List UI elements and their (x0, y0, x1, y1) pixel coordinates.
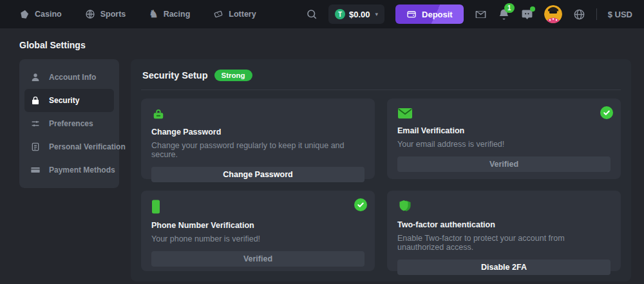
nav-item-label: Casino (35, 10, 62, 19)
two-factor-card: Two-factor authentication Enable Two-fac… (387, 191, 621, 271)
search-icon (306, 8, 317, 20)
card-description: Your phone number is verified! (151, 234, 365, 243)
sidebar-item-label: Preferences (49, 119, 93, 128)
verified-check-icon (354, 198, 367, 211)
sidebar-item-label: Account Info (49, 73, 96, 82)
vertical-divider (596, 8, 597, 20)
sidebar-item-label: Personal Verification (49, 142, 126, 151)
verified-check-icon (600, 106, 613, 119)
nav-item-lottery[interactable]: Lottery (213, 9, 256, 19)
user-avatar[interactable] (544, 5, 562, 23)
card-title: Change Password (151, 128, 365, 137)
sidebar-item-account-info[interactable]: Account Info (24, 66, 114, 89)
phone-verification-card: Phone Number Verification Your phone num… (141, 191, 375, 271)
credit-card-icon (30, 165, 41, 175)
language-button[interactable] (573, 8, 585, 21)
sidebar-item-personal-verification[interactable]: Personal Verification (24, 135, 114, 158)
card-description: Change your password regularly to keep i… (151, 141, 365, 159)
card-title: Phone Number Verification (151, 221, 365, 230)
card-description: Your email address is verified! (397, 140, 611, 149)
currency-selector[interactable]: $ USD (608, 10, 632, 19)
card-title: Two-factor authentication (397, 220, 611, 229)
wallet-icon (406, 9, 417, 19)
notifications-button[interactable]: 1 (498, 8, 510, 21)
racing-icon: ♞ (149, 9, 158, 19)
nav-item-sports[interactable]: Sports (85, 9, 126, 19)
phone-icon (151, 200, 365, 214)
mail-icon (475, 8, 487, 21)
lottery-icon (213, 9, 223, 19)
settings-sidebar: Account Info Security Preferences Person… (19, 59, 119, 188)
inbox-button[interactable] (475, 8, 487, 21)
top-navigation-bar: Casino Sports ♞ Racing Lottery T $0.0 (0, 0, 644, 28)
wallet-balance-dropdown[interactable]: T $0.00 ▾ (328, 5, 384, 24)
lock-icon (151, 108, 365, 120)
change-password-card: Change Password Change your password reg… (141, 99, 375, 179)
sidebar-item-label: Payment Methods (49, 166, 115, 175)
nav-item-label: Sports (100, 10, 126, 19)
phone-verified-button[interactable]: Verified (151, 251, 365, 267)
card-description: Enable Two-factor to protect your accoun… (397, 234, 611, 252)
sidebar-item-payment-methods[interactable]: Payment Methods (24, 158, 114, 182)
nav-item-label: Racing (164, 10, 191, 19)
email-verified-button[interactable]: Verified (397, 156, 611, 172)
user-icon (30, 72, 41, 82)
chevron-down-icon: ▾ (375, 11, 379, 17)
deposit-button[interactable]: Deposit (395, 5, 464, 24)
globe-icon (573, 8, 585, 21)
chat-button[interactable] (521, 8, 533, 21)
nav-item-racing[interactable]: ♞ Racing (149, 9, 190, 19)
sidebar-item-preferences[interactable]: Preferences (24, 112, 114, 135)
top-actions: T $0.00 ▾ Deposit 1 (306, 5, 632, 24)
divider (141, 90, 621, 90)
security-setup-panel: Security Setup Strong Change Password Ch… (131, 59, 631, 281)
shield-icon (397, 200, 611, 213)
security-strength-badge: Strong (214, 70, 252, 81)
page-title: Global Settings (19, 40, 631, 50)
settings-page: Global Settings Account Info Security Pr (0, 28, 644, 284)
change-password-button[interactable]: Change Password (151, 167, 365, 182)
currency-label: $ USD (608, 10, 632, 19)
envelope-icon (397, 108, 611, 119)
nav-item-casino[interactable]: Casino (19, 9, 62, 19)
main-nav: Casino Sports ♞ Racing Lottery (19, 9, 256, 19)
sidebar-item-security[interactable]: Security (24, 89, 114, 112)
chat-online-dot (530, 6, 535, 12)
balance-amount: $0.00 (349, 10, 370, 19)
sliders-icon (30, 118, 41, 129)
casino-icon (19, 9, 30, 19)
notification-count-badge: 1 (504, 3, 515, 13)
email-verification-card: Email Verification Your email address is… (387, 99, 621, 179)
tether-coin-icon: T (335, 9, 345, 19)
search-button[interactable] (306, 8, 317, 20)
sports-icon (85, 9, 95, 19)
disable-2fa-button[interactable]: Disable 2FA (397, 260, 611, 275)
card-title: Email Verification (397, 126, 611, 135)
deposit-label: Deposit (422, 10, 453, 19)
lock-icon (30, 95, 41, 106)
nav-item-label: Lottery (229, 10, 256, 19)
panel-title: Security Setup (142, 70, 208, 80)
sidebar-item-label: Security (49, 96, 79, 105)
document-icon (30, 142, 41, 152)
